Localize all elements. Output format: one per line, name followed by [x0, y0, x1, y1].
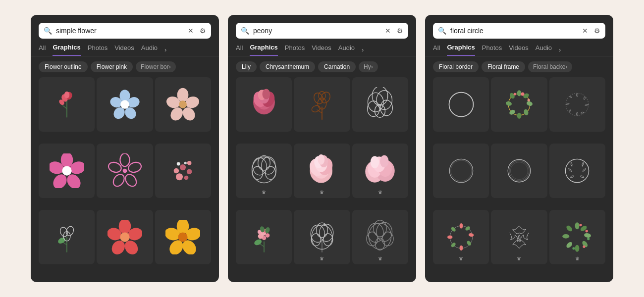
- tab-photos-2[interactable]: Photos: [285, 44, 305, 55]
- chip-floral-border[interactable]: Floral border: [433, 61, 479, 72]
- grid-item[interactable]: [39, 210, 95, 264]
- tab-photos-1[interactable]: Photos: [88, 44, 107, 55]
- chip-more-2[interactable]: Hy›: [359, 61, 378, 72]
- svg-point-4: [64, 92, 69, 99]
- search-input-1[interactable]: [56, 27, 184, 35]
- svg-point-111: [320, 224, 333, 242]
- grid-item[interactable]: [97, 77, 153, 132]
- tab-graphics-1[interactable]: Graphics: [53, 44, 80, 56]
- clear-icon-3[interactable]: ✕: [582, 27, 588, 35]
- tabs-1: All Graphics Photos Videos Audio ›: [31, 39, 219, 56]
- filter-icon-1[interactable]: ⚙: [200, 27, 206, 35]
- tab-all-2[interactable]: All: [236, 44, 243, 55]
- grid-item[interactable]: ♛: [352, 144, 408, 198]
- search-input-2[interactable]: [253, 27, 381, 35]
- search-bar-2[interactable]: 🔍 ✕ ⚙: [236, 23, 408, 39]
- tab-audio-2[interactable]: Audio: [338, 44, 355, 55]
- chips-2: Lily Chrysanthemum Carnation Hy›: [228, 56, 416, 77]
- chip-chrysanthemum[interactable]: Chrysanthemum: [260, 61, 315, 72]
- chip-flower-outline[interactable]: Flower outline: [39, 61, 88, 72]
- tab-videos-2[interactable]: Videos: [312, 44, 331, 55]
- grid-item[interactable]: [97, 144, 153, 198]
- tab-videos-1[interactable]: Videos: [114, 44, 134, 55]
- clear-icon-2[interactable]: ✕: [385, 27, 391, 35]
- svg-point-118: [374, 220, 386, 237]
- grid-item[interactable]: [39, 144, 95, 198]
- grid-item[interactable]: [39, 77, 95, 132]
- tab-photos-3[interactable]: Photos: [482, 44, 502, 55]
- grid-item[interactable]: [433, 144, 489, 198]
- svg-point-122: [449, 93, 473, 117]
- svg-point-163: [573, 247, 575, 249]
- grid-item[interactable]: [294, 77, 350, 132]
- grid-item[interactable]: [155, 144, 211, 198]
- grid-item[interactable]: ♛: [294, 144, 350, 198]
- panels-container: 🔍 ✕ ⚙ All Graphics Photos Videos Audio ›…: [0, 0, 644, 297]
- tab-more-3[interactable]: ›: [559, 46, 561, 53]
- filter-icon-2[interactable]: ⚙: [397, 27, 403, 35]
- svg-point-17: [179, 100, 187, 108]
- grid-item[interactable]: ♛: [433, 210, 489, 264]
- svg-point-80: [252, 166, 263, 179]
- svg-point-89: [318, 154, 324, 165]
- grid-item[interactable]: [549, 77, 605, 132]
- clear-icon-1[interactable]: ✕: [188, 27, 194, 35]
- grid-item[interactable]: [236, 77, 292, 132]
- svg-point-159: [580, 224, 582, 226]
- grid-item[interactable]: [155, 77, 211, 132]
- svg-point-134: [514, 93, 516, 95]
- svg-point-37: [184, 162, 187, 164]
- chips-3: Floral border Floral frame Floral backe›: [425, 56, 613, 77]
- svg-point-116: [368, 223, 384, 243]
- tab-all-3[interactable]: All: [433, 44, 440, 55]
- svg-point-128: [517, 113, 522, 119]
- grid-item[interactable]: [155, 210, 211, 264]
- svg-point-126: [526, 100, 534, 106]
- chip-carnation[interactable]: Carnation: [318, 61, 356, 72]
- grid-item[interactable]: ♛: [352, 210, 408, 264]
- tab-more-1[interactable]: ›: [164, 46, 166, 53]
- search-bar-3[interactable]: 🔍 ✕ ⚙: [433, 23, 605, 39]
- tab-graphics-2[interactable]: Graphics: [250, 44, 277, 56]
- svg-point-34: [174, 168, 179, 174]
- svg-point-75: [375, 104, 385, 117]
- grid-item[interactable]: ♛: [491, 210, 547, 264]
- chip-floral-frame[interactable]: Floral frame: [482, 61, 525, 72]
- tab-audio-3[interactable]: Audio: [536, 44, 552, 55]
- tab-videos-3[interactable]: Videos: [509, 44, 529, 55]
- grid-item[interactable]: ♛: [549, 210, 605, 264]
- grid-item[interactable]: [352, 77, 408, 132]
- premium-badge: ♛: [378, 256, 382, 261]
- svg-point-132: [521, 93, 524, 96]
- tab-all-1[interactable]: All: [39, 44, 46, 55]
- chip-flower-pink[interactable]: Flower pink: [91, 61, 133, 72]
- grid-item[interactable]: [236, 210, 292, 264]
- search-input-3[interactable]: [450, 27, 578, 35]
- chip-lily[interactable]: Lily: [236, 61, 257, 72]
- premium-badge: ♛: [575, 256, 580, 261]
- grid-item[interactable]: [433, 77, 489, 132]
- grid-item[interactable]: [491, 144, 547, 198]
- tab-audio-1[interactable]: Audio: [141, 44, 158, 55]
- grid-item[interactable]: [491, 77, 547, 132]
- svg-point-33: [176, 173, 183, 180]
- grid-item[interactable]: ♛: [294, 210, 350, 264]
- chip-more-1[interactable]: Flower bor›: [136, 61, 176, 72]
- grid-item[interactable]: ♛: [236, 144, 292, 198]
- grid-item[interactable]: [97, 210, 153, 264]
- svg-point-32: [184, 176, 189, 180]
- tabs-3: All Graphics Photos Videos Audio ›: [425, 39, 613, 56]
- svg-point-138: [508, 159, 531, 182]
- search-bar-1[interactable]: 🔍 ✕ ⚙: [39, 23, 211, 39]
- tab-more-2[interactable]: ›: [362, 46, 364, 53]
- svg-point-130: [505, 100, 512, 106]
- search-icon-2: 🔍: [241, 27, 249, 35]
- grid-item[interactable]: [549, 144, 605, 198]
- tab-graphics-3[interactable]: Graphics: [447, 44, 475, 56]
- svg-line-1: [62, 105, 67, 109]
- premium-badge: ♛: [320, 256, 324, 261]
- filter-icon-3[interactable]: ⚙: [594, 27, 600, 35]
- svg-point-146: [466, 240, 472, 247]
- svg-point-151: [575, 222, 580, 229]
- chip-more-3[interactable]: Floral backe›: [528, 61, 572, 72]
